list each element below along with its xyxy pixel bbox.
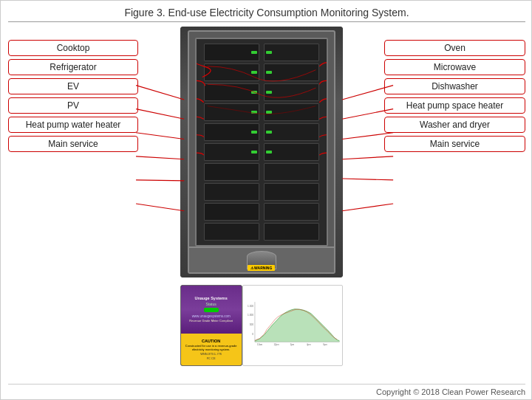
diagram-area: Cooktop Refrigerator EV PV Heat pump wat…	[8, 27, 525, 381]
label-refrigerator: Refrigerator	[8, 59, 138, 75]
svg-text:1.000: 1.000	[248, 314, 253, 317]
svg-text:10am: 10am	[257, 343, 263, 346]
label-heat-pump-water-heater: Heat pump water heater	[8, 117, 138, 133]
label-microwave: Microwave	[384, 59, 525, 75]
panel-bg: ⚠ WARNING	[180, 27, 343, 277]
labels-left: Cooktop Refrigerator EV PV Heat pump wat…	[8, 27, 141, 152]
caution-title: CAUTION	[183, 339, 239, 343]
label-cooktop: Cooktop	[8, 40, 138, 56]
label-ev: EV	[8, 78, 138, 94]
device-model: WNN-979.1-776	[183, 352, 239, 356]
chart-image: 1.500 1.000 500 0 10am 12pm 2pm 4pm 6pm	[242, 285, 343, 366]
svg-text:0: 0	[252, 333, 253, 336]
device-compliance: Revenue Grade Meter Compliant	[189, 319, 233, 323]
svg-text:500: 500	[249, 323, 253, 326]
label-heat-pump-space-heater: Heat pump space heater	[384, 97, 525, 114]
device-url: www.unaugesystems.com	[192, 314, 231, 318]
figure-title: Figure 3. End-use Electricity Consumptio…	[8, 7, 525, 22]
label-washer-dryer: Washer and dryer	[384, 117, 525, 133]
label-dishwasher: Dishwasher	[384, 78, 525, 94]
center-area: ⚠ WARNING Unauge Systems Status www.unau…	[141, 27, 381, 366]
figure-container: Figure 3. End-use Electricity Consumptio…	[1, 1, 532, 400]
device-image: Unauge Systems Status www.unaugesystems.…	[180, 285, 242, 366]
device-brand: Unauge Systems	[194, 296, 227, 300]
device-status: Status	[206, 302, 216, 306]
svg-text:4pm: 4pm	[307, 343, 311, 346]
copyright-footer: Copyright © 2018 Clean Power Research	[8, 384, 525, 396]
panel-image: ⚠ WARNING	[180, 27, 343, 277]
diagram-row: Cooktop Refrigerator EV PV Heat pump wat…	[8, 27, 525, 381]
device-certifications: FC CE	[183, 356, 239, 360]
svg-text:2pm: 2pm	[290, 343, 294, 346]
label-pv: PV	[8, 97, 138, 114]
chart-svg: 1.500 1.000 500 0 10am 12pm 2pm 4pm 6pm	[243, 286, 342, 365]
device-caution-section: CAUTION Constructed for use in a revenue…	[181, 334, 242, 365]
svg-text:12pm: 12pm	[273, 343, 279, 346]
svg-text:1.500: 1.500	[248, 305, 253, 308]
svg-text:6pm: 6pm	[323, 343, 327, 346]
warning-label: ⚠ WARNING	[248, 265, 276, 271]
label-main-service-left: Main service	[8, 136, 138, 152]
device-purple-section: Unauge Systems Status www.unaugesystems.…	[181, 286, 242, 334]
labels-right: Oven Microwave Dishwasher Heat pump spac…	[381, 27, 525, 152]
label-oven: Oven	[384, 40, 525, 56]
label-main-service-right: Main service	[384, 136, 525, 152]
bottom-images: Unauge Systems Status www.unaugesystems.…	[180, 282, 343, 366]
caution-body: Constructed for use in a revenue-grade e…	[183, 344, 239, 351]
